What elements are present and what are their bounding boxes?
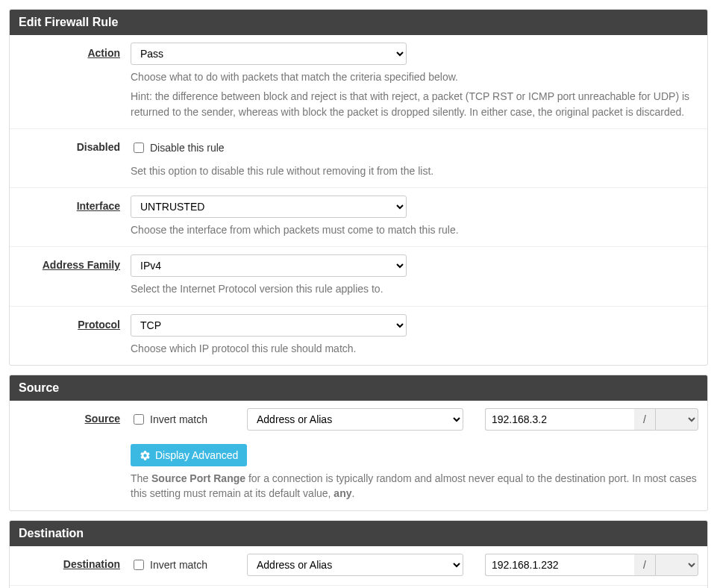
destination-mask-select[interactable] [655,554,698,576]
label-source: Source [19,408,131,425]
row-destination: Destination Invert match Address or Alia… [10,546,707,586]
address-family-select[interactable]: IPv4 [131,254,407,277]
protocol-select[interactable]: TCP [131,314,407,337]
help-interface: Choose the interface from which packets … [131,222,698,237]
help-af: Select the Internet Protocol version thi… [131,281,698,296]
panel-header-destination: Destination [10,521,707,546]
help-protocol: Choose which IP protocol this rule shoul… [131,341,698,356]
label-interface: Interface [19,196,131,212]
help-source: The Source Port Range for a connection i… [131,471,698,501]
source-invert-checkbox[interactable] [134,414,144,425]
panel-edit-rule: Edit Firewall Rule Action Pass Choose wh… [9,9,708,366]
disabled-checkbox-label: Disable this rule [150,142,225,154]
help-disabled: Set this option to disable this rule wit… [131,163,698,178]
row-action: Action Pass Choose what to do with packe… [10,35,707,129]
label-disabled: Disabled [19,137,131,153]
label-action: Action [19,43,131,59]
panel-header-edit: Edit Firewall Rule [10,10,707,35]
destination-invert-checkbox[interactable] [134,560,144,570]
help-action-2: Hint: the difference between block and r… [131,89,698,119]
row-interface: Interface UNTRUSTED Choose the interface… [10,188,707,247]
destination-type-select[interactable]: Address or Alias [247,554,463,576]
row-disabled: Disabled Disable this rule Set this opti… [10,129,707,188]
source-mask-separator: / [634,408,655,431]
label-protocol: Protocol [19,314,131,331]
source-address-input[interactable] [485,408,634,431]
destination-address-input[interactable] [485,554,634,576]
row-source: Source Invert match Address or Alias / [10,401,707,510]
source-mask-select[interactable] [655,408,698,431]
destination-invert-label: Invert match [150,559,207,571]
panel-source: Source Source Invert match Address or Al… [9,375,708,511]
destination-mask-separator: / [634,554,655,576]
source-invert-label: Invert match [150,413,207,425]
disabled-checkbox[interactable] [134,143,144,153]
label-destination: Destination [19,554,131,570]
source-type-select[interactable]: Address or Alias [247,408,463,431]
display-advanced-button[interactable]: Display Advanced [131,444,247,466]
row-protocol: Protocol TCP Choose which IP protocol th… [10,307,707,365]
display-advanced-label: Display Advanced [155,449,238,461]
label-address-family: Address Family [19,254,131,271]
panel-header-source: Source [10,375,707,401]
gear-icon [140,450,151,461]
row-address-family: Address Family IPv4 Select the Internet … [10,247,707,306]
panel-destination: Destination Destination Invert match Add… [9,520,708,588]
action-select[interactable]: Pass [131,43,407,65]
help-action-1: Choose what to do with packets that matc… [131,69,698,84]
interface-select[interactable]: UNTRUSTED [131,196,407,218]
